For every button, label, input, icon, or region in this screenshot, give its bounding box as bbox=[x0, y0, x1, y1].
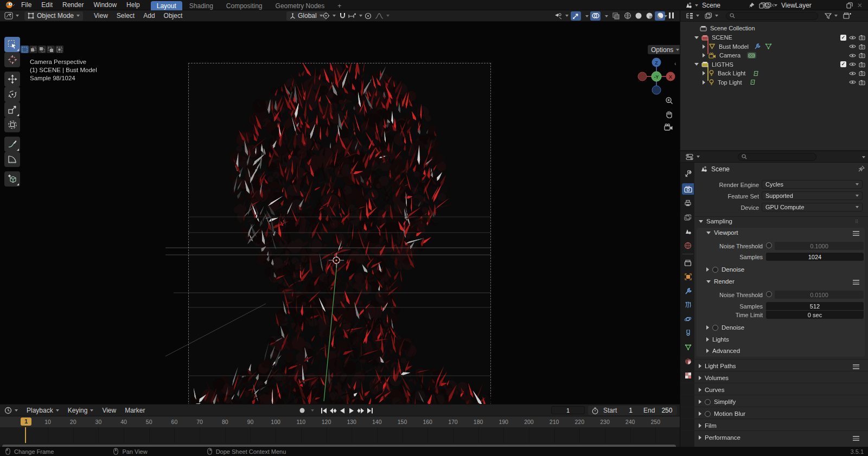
disable-render-icon[interactable] bbox=[859, 35, 865, 40]
outliner-row-bust-model[interactable]: Bust Model bbox=[680, 42, 868, 52]
menu-render[interactable]: Render bbox=[58, 0, 88, 10]
tab-scene[interactable] bbox=[682, 226, 694, 237]
scene-icon[interactable] bbox=[685, 2, 692, 9]
zoom-icon[interactable] bbox=[665, 97, 673, 105]
outliner-row-back-light[interactable]: Back Light bbox=[680, 69, 868, 78]
transform-orientation-dropdown[interactable]: Global bbox=[286, 11, 326, 21]
pause-render-button[interactable] bbox=[669, 12, 674, 18]
scene-selector[interactable]: Scene bbox=[702, 2, 720, 9]
disable-render-icon[interactable] bbox=[859, 62, 865, 67]
tool-measure[interactable] bbox=[4, 152, 20, 167]
tab-particles[interactable] bbox=[682, 299, 694, 311]
outliner-row-ligths[interactable]: LIGTHS ✓ bbox=[680, 60, 868, 69]
subpanel-lights[interactable]: Lights bbox=[706, 336, 729, 343]
viewport-3d[interactable]: Options Camera Perspective (1) SCENE | B… bbox=[0, 22, 680, 404]
menu-help[interactable]: Help bbox=[122, 0, 145, 10]
subpanel-viewport[interactable]: Viewport bbox=[706, 229, 738, 236]
device-dropdown[interactable]: GPU Compute bbox=[762, 203, 863, 211]
outliner-display-mode-button[interactable] bbox=[686, 12, 699, 19]
hide-eye-icon[interactable] bbox=[849, 71, 856, 76]
viewlayer-icon[interactable] bbox=[764, 2, 771, 9]
menu-file[interactable]: File bbox=[16, 0, 36, 10]
tab-object[interactable] bbox=[682, 271, 694, 282]
select-mode-invert[interactable] bbox=[47, 46, 55, 53]
properties-options-dropdown[interactable] bbox=[862, 156, 865, 158]
blender-logo-icon[interactable] bbox=[4, 1, 16, 9]
start-frame-field[interactable]: 1 bbox=[629, 407, 633, 414]
gizmos-toggle[interactable] bbox=[571, 11, 581, 21]
panel-light-paths[interactable]: Light Paths bbox=[699, 363, 736, 369]
menu-add[interactable]: Add bbox=[139, 12, 159, 20]
render-noise-threshold-field[interactable]: 0.0100 bbox=[775, 291, 864, 299]
disclosure-closed-icon[interactable] bbox=[703, 80, 705, 85]
next-keyframe-button[interactable] bbox=[356, 406, 365, 415]
hide-eye-icon[interactable] bbox=[849, 53, 856, 58]
tool-cursor[interactable] bbox=[4, 52, 20, 67]
tab-tool[interactable] bbox=[682, 168, 694, 179]
play-reverse-button[interactable] bbox=[337, 406, 347, 415]
proportional-falloff-dropdown[interactable] bbox=[375, 12, 390, 20]
tab-constraints[interactable] bbox=[682, 327, 694, 339]
preset-icon[interactable] bbox=[853, 280, 859, 285]
render-noise-threshold-checkbox[interactable] bbox=[766, 291, 772, 297]
menu-view-timeline[interactable]: View bbox=[98, 407, 120, 414]
tab-object-data[interactable] bbox=[682, 342, 694, 353]
editor-type-button[interactable] bbox=[4, 12, 19, 20]
play-button[interactable] bbox=[347, 406, 356, 415]
preset-icon[interactable] bbox=[853, 436, 859, 441]
tool-transform[interactable] bbox=[4, 117, 20, 132]
outliner-row-scene[interactable]: SCENE ✓ bbox=[680, 33, 868, 42]
disclosure-closed-icon[interactable] bbox=[703, 71, 705, 75]
menu-playback[interactable]: Playback bbox=[22, 407, 63, 414]
workspace-tab-compositing[interactable]: Compositing bbox=[220, 1, 269, 10]
menu-window[interactable]: Window bbox=[88, 0, 122, 10]
options-button[interactable]: Options bbox=[648, 45, 680, 54]
collection-checkbox[interactable]: ✓ bbox=[840, 61, 846, 67]
snap-target-dropdown[interactable] bbox=[348, 12, 362, 20]
show-object-types-dropdown[interactable] bbox=[554, 12, 569, 20]
jump-to-end-button[interactable] bbox=[365, 406, 374, 415]
tool-scale[interactable] bbox=[4, 102, 20, 117]
xray-toggle[interactable] bbox=[611, 11, 621, 21]
tool-annotate[interactable] bbox=[4, 137, 20, 152]
properties-editor-type-button[interactable] bbox=[686, 153, 700, 160]
menu-object[interactable]: Object bbox=[159, 12, 187, 20]
shading-material-button[interactable] bbox=[644, 11, 654, 21]
panel-volumes[interactable]: Volumes bbox=[699, 375, 729, 381]
menu-marker[interactable]: Marker bbox=[120, 407, 149, 414]
new-collection-button[interactable] bbox=[843, 12, 851, 20]
navigation-gizmo[interactable]: Z X -Y bbox=[636, 55, 677, 97]
panel-film[interactable]: Film bbox=[699, 422, 717, 429]
tool-move[interactable] bbox=[4, 72, 20, 87]
subpanel-viewport-denoise[interactable]: Denoise bbox=[706, 266, 744, 273]
select-mode-subtract[interactable] bbox=[38, 46, 46, 53]
viewport-noise-threshold-checkbox[interactable] bbox=[766, 242, 772, 248]
panel-drag-dots[interactable]: ⠿ bbox=[855, 219, 859, 224]
preset-icon[interactable] bbox=[853, 364, 859, 369]
panel-curves[interactable]: Curves bbox=[699, 387, 724, 393]
tab-view-layer[interactable] bbox=[682, 211, 694, 223]
menu-select[interactable]: Select bbox=[112, 12, 139, 20]
disclosure-closed-icon[interactable] bbox=[703, 44, 705, 49]
auto-keying-dropdown[interactable] bbox=[311, 409, 314, 412]
disclosure-open-icon[interactable] bbox=[694, 36, 699, 39]
shading-dropdown[interactable] bbox=[664, 15, 667, 17]
workspace-tab-layout[interactable]: Layout bbox=[151, 1, 182, 10]
subpanel-render[interactable]: Render bbox=[706, 278, 735, 285]
playhead-line[interactable] bbox=[25, 427, 26, 443]
outliner-filter-collection-button[interactable] bbox=[705, 12, 718, 19]
menu-view[interactable]: View bbox=[90, 12, 112, 20]
timeline-editor-type-button[interactable] bbox=[4, 407, 18, 414]
disable-render-icon[interactable] bbox=[859, 80, 865, 85]
properties-search-input[interactable] bbox=[738, 153, 816, 161]
remove-viewlayer-icon[interactable]: ✕ bbox=[857, 2, 863, 9]
outliner-row-top-light[interactable]: Top Light bbox=[680, 78, 868, 87]
render-engine-dropdown[interactable]: Cycles bbox=[762, 180, 863, 189]
pin-id-icon[interactable] bbox=[858, 165, 865, 172]
current-frame-badge[interactable]: 1 bbox=[21, 418, 31, 426]
gizmos-dropdown[interactable] bbox=[585, 15, 589, 17]
current-frame-field[interactable]: 1 bbox=[551, 406, 585, 414]
menu-keying[interactable]: Keying bbox=[63, 407, 98, 414]
auto-keying-toggle[interactable] bbox=[299, 407, 305, 414]
overlays-toggle[interactable] bbox=[590, 11, 601, 21]
